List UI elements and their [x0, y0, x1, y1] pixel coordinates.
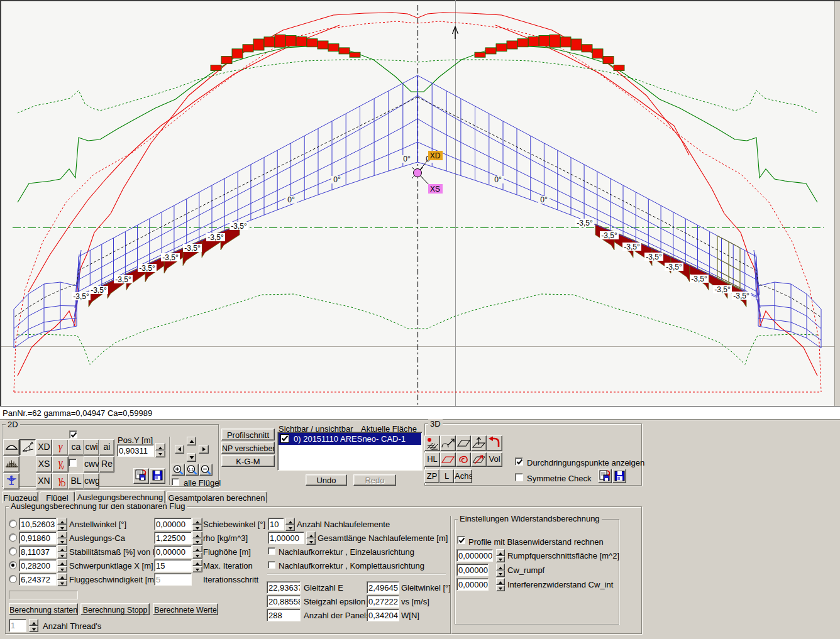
svg-text:0°: 0° [333, 175, 341, 184]
svg-text:-3,5°: -3,5° [139, 264, 155, 273]
svg-text:-3,5°: -3,5° [91, 286, 107, 295]
svg-text:1:1: 1:1 [189, 467, 194, 471]
svg-text:-3,5°: -3,5° [666, 263, 682, 271]
svg-text:0°: 0° [494, 175, 502, 184]
svg-text:-3,5°: -3,5° [601, 231, 617, 240]
svg-text:-3,5°: -3,5° [162, 253, 179, 262]
svg-text:0°: 0° [540, 195, 548, 204]
svg-text:0°: 0° [403, 155, 411, 163]
svg-text:-3,5°: -3,5° [184, 244, 201, 253]
svg-text:-3,5°: -3,5° [624, 243, 640, 251]
svg-text:-3,5°: -3,5° [691, 275, 707, 283]
svg-text:-3,5°: -3,5° [646, 253, 662, 261]
svg-text:-3,5°: -3,5° [733, 292, 749, 300]
svg-text:-3,5°: -3,5° [714, 285, 731, 294]
svg-text:XD: XD [430, 151, 441, 160]
svg-text:-3,5°: -3,5° [231, 222, 247, 231]
svg-text:0°: 0° [287, 195, 295, 204]
svg-text:-3,5°: -3,5° [73, 292, 89, 301]
svg-text:-3,5°: -3,5° [577, 219, 593, 227]
svg-text:-3,5°: -3,5° [115, 275, 131, 284]
svg-text:-3,5°: -3,5° [207, 233, 224, 242]
svg-text:XS: XS [430, 185, 440, 194]
